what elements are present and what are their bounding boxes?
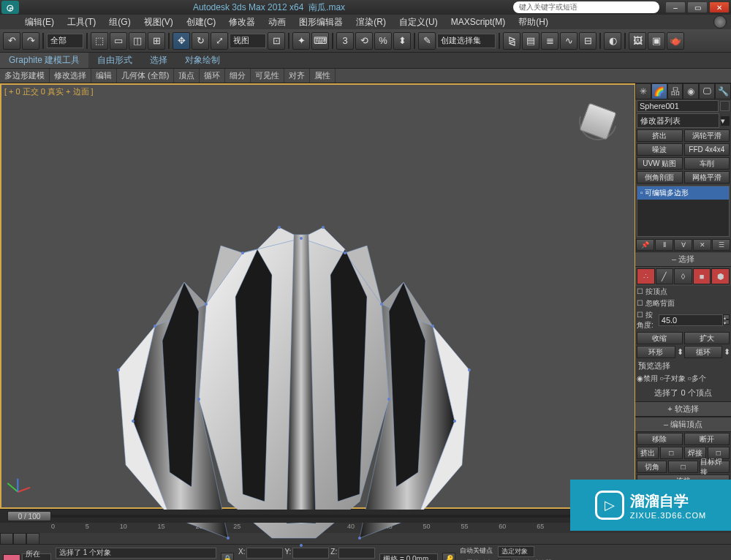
btn-remove[interactable]: 移除 bbox=[637, 433, 683, 445]
redo-button[interactable]: ↷ bbox=[22, 32, 39, 50]
btn-targetweld[interactable]: 目标焊接 bbox=[700, 461, 730, 473]
object-name-field[interactable] bbox=[637, 100, 719, 112]
undo-button[interactable]: ↶ bbox=[3, 32, 20, 50]
ribbon-polymodel[interactable]: 多边形建模 bbox=[0, 69, 50, 83]
stack-remove[interactable]: ✕ bbox=[693, 239, 711, 251]
minimize-button[interactable]: – bbox=[665, 1, 686, 13]
snap-button[interactable]: 3 bbox=[336, 32, 354, 50]
chk-ignoreback[interactable]: ☐ 忽略背面 bbox=[637, 298, 675, 309]
menu-views[interactable]: 视图(V) bbox=[138, 15, 179, 30]
btn-chamfer[interactable]: 切角 bbox=[637, 461, 667, 473]
tab-utilities[interactable]: 🔧 bbox=[715, 83, 731, 99]
btn-shrink[interactable]: 收缩 bbox=[637, 332, 683, 344]
btn-ring[interactable]: 环形 bbox=[637, 346, 675, 358]
btn-extrude[interactable]: 挤出 bbox=[637, 129, 683, 142]
btn-loop[interactable]: 循环 bbox=[684, 346, 723, 358]
ribbon-subdiv[interactable]: 细分 bbox=[225, 69, 251, 83]
keyboard-button[interactable]: ⌨ bbox=[311, 32, 329, 50]
menu-tools[interactable]: 工具(T) bbox=[61, 15, 102, 30]
scale-button[interactable]: ⤢ bbox=[211, 32, 228, 50]
subobj-edge[interactable]: ╱ bbox=[656, 268, 674, 284]
ribbon-edit[interactable]: 编辑 bbox=[91, 69, 117, 83]
menu-group[interactable]: 组(G) bbox=[103, 15, 136, 30]
restore-button[interactable]: ▭ bbox=[687, 1, 708, 13]
menu-customize[interactable]: 自定义(U) bbox=[393, 15, 444, 30]
filter-select[interactable]: 全部 bbox=[47, 34, 83, 48]
window-crossing-button[interactable]: ⊞ bbox=[148, 32, 165, 50]
angle-snap-button[interactable]: ⟲ bbox=[355, 32, 373, 50]
tab-create[interactable]: ✳ bbox=[635, 83, 651, 99]
btn-extrude2[interactable]: 挤出 bbox=[637, 447, 659, 459]
render-frame-button[interactable]: ▣ bbox=[648, 32, 665, 50]
menu-rendering[interactable]: 渲染(R) bbox=[350, 15, 392, 30]
rollout-selection[interactable]: – 选择 bbox=[635, 251, 731, 267]
time-thumb[interactable]: 0 / 100 bbox=[7, 511, 51, 521]
viewport[interactable]: [ + 0 正交 0 真实 + 边面 ] bbox=[0, 83, 635, 509]
align-button[interactable]: ▤ bbox=[522, 32, 539, 50]
tc-3[interactable] bbox=[26, 533, 39, 545]
btn-meshsmooth[interactable]: 网格平滑 bbox=[684, 171, 730, 183]
ribbon-vertices[interactable]: 顶点 bbox=[174, 69, 200, 83]
stack-config[interactable]: ☰ bbox=[712, 239, 730, 251]
ribbon-modifysel[interactable]: 修改选择 bbox=[50, 69, 91, 83]
menu-maxscript[interactable]: MAXScript(M) bbox=[445, 15, 512, 29]
radio-multi[interactable]: ○多个 bbox=[687, 374, 706, 384]
subobj-element[interactable]: ⬢ bbox=[711, 268, 730, 284]
menu-edit[interactable]: 编辑(E) bbox=[19, 15, 60, 30]
move-button[interactable]: ✥ bbox=[173, 32, 190, 50]
pivot-button[interactable]: ⊡ bbox=[268, 32, 285, 50]
spinner-snap-button[interactable]: ⬍ bbox=[393, 32, 411, 50]
btn-bevelprofile[interactable]: 倒角剖面 bbox=[637, 171, 683, 183]
rollout-softsel[interactable]: + 软选择 bbox=[635, 401, 731, 417]
stack-pin[interactable]: 📌 bbox=[636, 239, 654, 251]
tab-display[interactable]: 🖵 bbox=[699, 83, 715, 99]
menu-help[interactable]: 帮助(H) bbox=[512, 15, 554, 30]
ribbon-tab-graphite[interactable]: Graphite 建模工具 bbox=[0, 53, 88, 68]
menu-modifiers[interactable]: 修改器 bbox=[223, 15, 261, 30]
ribbon-tab-selection[interactable]: 选择 bbox=[141, 53, 176, 68]
selset-dropdown[interactable]: 创建选择集 bbox=[437, 34, 496, 48]
mirror-button[interactable]: ⧎ bbox=[503, 32, 520, 50]
btn-turbosmooth[interactable]: 涡轮平滑 bbox=[684, 129, 730, 142]
btn-extrude-set[interactable]: □ bbox=[660, 447, 682, 459]
material-editor-button[interactable]: ◐ bbox=[604, 32, 621, 50]
layers-button[interactable]: ≣ bbox=[541, 32, 558, 50]
menu-grapheditors[interactable]: 图形编辑器 bbox=[293, 15, 349, 30]
rotate-button[interactable]: ↻ bbox=[192, 32, 209, 50]
percent-snap-button[interactable]: % bbox=[374, 32, 392, 50]
tab-motion[interactable]: ◉ bbox=[683, 83, 699, 99]
btn-chamfer-set[interactable]: □ bbox=[668, 461, 698, 473]
chk-byangle[interactable]: ☐ 按角度: bbox=[637, 310, 657, 330]
close-button[interactable]: ✕ bbox=[709, 1, 730, 13]
radio-subobj[interactable]: ○子对象 bbox=[659, 374, 686, 384]
tab-hierarchy[interactable]: 品 bbox=[667, 83, 683, 99]
refcoord-select[interactable]: 视图 bbox=[230, 34, 266, 48]
btn-uvwmap[interactable]: UVW 贴图 bbox=[637, 157, 683, 170]
subobj-polygon[interactable]: ■ bbox=[693, 268, 711, 284]
stack-show[interactable]: Ⅱ bbox=[655, 239, 673, 251]
subobj-border[interactable]: ◊ bbox=[674, 268, 692, 284]
manipulate-button[interactable]: ✦ bbox=[292, 32, 310, 50]
radio-off[interactable]: ◉禁用 bbox=[637, 374, 658, 384]
ribbon-align[interactable]: 对齐 bbox=[284, 69, 310, 83]
status-red[interactable] bbox=[3, 554, 20, 561]
schematic-button[interactable]: ⊟ bbox=[579, 32, 596, 50]
btn-lathe[interactable]: 车削 bbox=[684, 157, 730, 170]
ribbon-loops[interactable]: 循环 bbox=[200, 69, 225, 83]
lock-icon[interactable]: 🔒 bbox=[221, 553, 234, 561]
key-icon[interactable]: 🔑 bbox=[442, 553, 455, 561]
viewcube[interactable] bbox=[576, 99, 620, 143]
angle-spinner[interactable]: ▴▾ bbox=[659, 314, 730, 326]
model-pumpkin[interactable] bbox=[89, 194, 513, 553]
ribbon-geometry[interactable]: 几何体 (全部) bbox=[117, 69, 174, 83]
btn-grow[interactable]: 扩大 bbox=[684, 332, 730, 344]
render-setup-button[interactable]: 🖼 bbox=[629, 32, 646, 50]
btn-noise[interactable]: 噪波 bbox=[637, 143, 683, 156]
ribbon-visibility[interactable]: 可见性 bbox=[251, 69, 284, 83]
subobj-vertex[interactable]: ∴ bbox=[637, 268, 655, 284]
menu-create[interactable]: 创建(C) bbox=[181, 15, 222, 30]
tc-1[interactable] bbox=[0, 533, 13, 545]
btn-break[interactable]: 断开 bbox=[684, 433, 730, 445]
select-button[interactable]: ⬚ bbox=[91, 32, 108, 50]
modifier-stack[interactable]: ▫ 可编辑多边形 bbox=[637, 186, 730, 237]
